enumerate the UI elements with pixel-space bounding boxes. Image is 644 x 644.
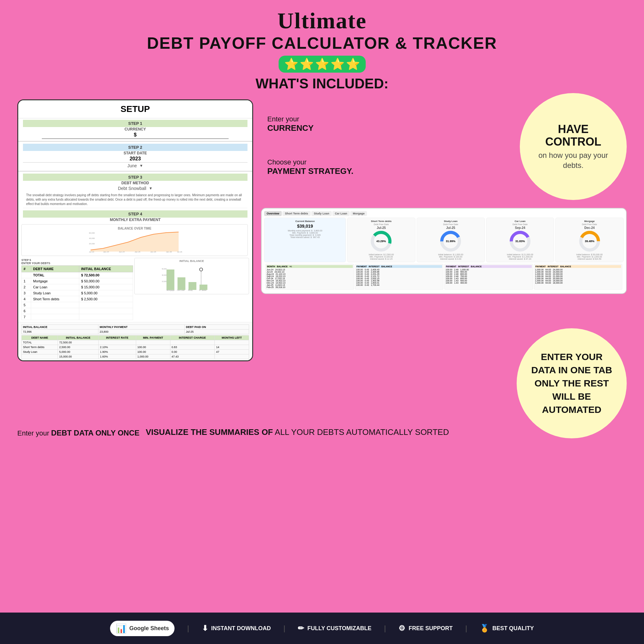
svg-text:Jun-24: Jun-24 bbox=[119, 251, 125, 253]
svg-text:20,000: 20,000 bbox=[89, 243, 95, 245]
step4-label: STEP 4 bbox=[23, 210, 247, 218]
col-name: DEBT NAME bbox=[31, 266, 79, 272]
best-quality-label: BEST QUALITY bbox=[492, 625, 534, 632]
tab-car-loan[interactable]: Car Loan bbox=[332, 211, 350, 216]
overview-value: $39,019 bbox=[266, 224, 344, 229]
initial-balance-label: INITIAL BALANCE bbox=[136, 259, 247, 263]
donut-short-term: 43.29% bbox=[370, 230, 392, 252]
free-support-label: FREE SUPPORT bbox=[408, 625, 452, 632]
divider-3: | bbox=[384, 624, 386, 633]
table-row: 6 bbox=[22, 308, 133, 314]
support-icon: ⚙ bbox=[398, 624, 405, 633]
total-label: TOTAL bbox=[31, 272, 79, 278]
table-row: 4Short Term debts$ 2,500.00 bbox=[22, 296, 133, 302]
footer: 📊 Google Sheets | ⬇ INSTANT DOWNLOAD | ✏… bbox=[0, 613, 644, 644]
svg-rect-11 bbox=[167, 269, 175, 290]
google-sheets-badge: 📊 Google Sheets bbox=[110, 621, 175, 636]
step3-value[interactable]: Debt Snowball ▼ bbox=[23, 185, 247, 192]
tab-study-loan[interactable]: Study Loan bbox=[311, 211, 332, 216]
car-loan-card: Car Loan Debt Free Date Sep-24 31.83% In… bbox=[486, 218, 554, 262]
svg-text:30,000: 30,000 bbox=[162, 274, 167, 276]
payment-table-2: PAYMENT INTEREST BALANCE 100.00 0.43 2,4… bbox=[355, 264, 444, 290]
stars-row: ⭐ ⭐ ⭐ ⭐ ⭐ bbox=[0, 56, 644, 73]
step2-sublabel: START DATE bbox=[23, 151, 247, 155]
card-short-term-date: Jul-25 bbox=[349, 226, 413, 230]
step3-description: The snowball debt strategy involves payi… bbox=[23, 192, 247, 208]
star-3: ⭐ bbox=[315, 58, 329, 71]
step1-value[interactable]: $ bbox=[42, 131, 229, 139]
svg-text:Jan-26: Jan-26 bbox=[166, 251, 172, 253]
svg-text:31.99%: 31.99% bbox=[446, 240, 456, 243]
table-row: 3Study Loan$ 5,000.00 bbox=[22, 290, 133, 296]
svg-rect-12 bbox=[178, 277, 186, 290]
dashboard-mockup: Overview Short Term debts Study Loan Car… bbox=[261, 208, 627, 294]
balance-chart: Jul-23 Jan-24 Jun-24 Jan-25 Jun-25 Jan-2… bbox=[23, 231, 246, 253]
currency-callout: Enter your CURRENCY bbox=[267, 115, 353, 133]
svg-marker-0 bbox=[91, 232, 179, 252]
mini-debt-paid-on: Jul-25 bbox=[185, 330, 249, 334]
initial-balance-chart: Mortgage Car Loan Study ST debts 50,000 … bbox=[136, 263, 247, 291]
table-row-total: TOTAL $ 72,500.00 bbox=[22, 272, 133, 278]
svg-text:ST debts: ST debts bbox=[199, 289, 207, 291]
star-2: ⭐ bbox=[300, 58, 314, 71]
svg-text:31.83%: 31.83% bbox=[515, 240, 525, 243]
payment-table-3: PAYMENT INTEREST BALANCE 100.00 2.48 1,0… bbox=[444, 264, 533, 290]
svg-text:Mortgage: Mortgage bbox=[167, 289, 175, 291]
study-loan-card: Study Loan Debt Free Date Jul-25 31.99% … bbox=[417, 218, 485, 262]
customizable-icon: ✏ bbox=[298, 624, 304, 633]
tab-short-term[interactable]: Short Term debts bbox=[282, 211, 311, 216]
overview-label: Current Balance bbox=[266, 220, 344, 223]
svg-point-15 bbox=[200, 268, 203, 271]
table-row: 5 bbox=[22, 302, 133, 308]
mini-summary-table: INITIAL BALANCE MONTHLY PAYMENT DEBT PAI… bbox=[21, 325, 249, 334]
sheet-title: SETUP bbox=[18, 100, 252, 119]
svg-text:Jun-25: Jun-25 bbox=[150, 251, 156, 253]
step4-section: STEP 4 MONTHLY EXTRA PAYMENT bbox=[18, 209, 252, 223]
star-5: ⭐ bbox=[346, 58, 360, 71]
overview-card: Current Balance $39,019 Monthly extra pa… bbox=[264, 218, 346, 262]
control-bubble: HAVE CONTROL on how you pay your debts. bbox=[520, 93, 627, 200]
step1-section: STEP 1 CURRENCY $ bbox=[18, 119, 252, 140]
svg-text:10,000: 10,000 bbox=[162, 280, 167, 282]
svg-text:39.48%: 39.48% bbox=[585, 240, 594, 243]
svg-text:Jan-25: Jan-25 bbox=[135, 251, 141, 253]
card-short-term-subtitle: Debt Free Date bbox=[349, 223, 413, 225]
svg-text:Jul-26: Jul-26 bbox=[177, 251, 182, 253]
svg-rect-13 bbox=[189, 282, 197, 290]
customizable-item: ✏ FULLY CUSTOMIZABLE bbox=[298, 624, 371, 633]
svg-text:40,000: 40,000 bbox=[89, 237, 95, 239]
step3-sublabel: DEBT METHOD bbox=[23, 181, 247, 185]
divider-1: | bbox=[187, 624, 189, 633]
step2-month[interactable]: June ▼ bbox=[23, 163, 247, 169]
best-quality-item: 🏅 BEST QUALITY bbox=[480, 624, 534, 633]
whats-included-label: WHAT'S INCLUDED: bbox=[0, 76, 644, 92]
google-sheets-label: Google Sheets bbox=[129, 625, 169, 632]
svg-text:Jul-23: Jul-23 bbox=[89, 251, 94, 253]
svg-text:Study: Study bbox=[188, 289, 193, 291]
divider-2: | bbox=[283, 624, 285, 633]
strategy-callout: Choose your PAYMENT STRATEGY. bbox=[267, 158, 353, 176]
dashboard-tabs: Overview Short Term debts Study Loan Car… bbox=[264, 211, 624, 216]
ultimate-title: Ultimate bbox=[0, 9, 644, 32]
tab-overview[interactable]: Overview bbox=[264, 211, 282, 216]
header-section: Ultimate DEBT PAYOFF CALCULATOR & TRACKE… bbox=[0, 0, 644, 92]
spreadsheet-mockup: SETUP STEP 1 CURRENCY $ STEP 2 START DAT… bbox=[17, 99, 253, 361]
table-row: 1Mortgage$ 50,000.00 bbox=[22, 278, 133, 284]
balance-over-time-label: BALANCE OVER TIME bbox=[23, 226, 246, 231]
step1-label: STEP 1 bbox=[23, 120, 247, 127]
star-badge: ⭐ ⭐ ⭐ ⭐ ⭐ bbox=[279, 56, 366, 73]
total-amount: $ 72,500.00 bbox=[79, 272, 133, 278]
star-1: ⭐ bbox=[284, 58, 298, 71]
table-row: 2Car Loan$ 15,000.00 bbox=[22, 284, 133, 290]
payment-table-1: MONTH BALANCE +/- Jun-24 24,922.13 Jul-2… bbox=[265, 264, 354, 290]
mortgage-card: Morgage Debt Free Date Dec-24 39.48% Ini… bbox=[555, 218, 624, 262]
tab-mortgage[interactable]: Morgage bbox=[350, 211, 367, 216]
instant-download-item: ⬇ INSTANT DOWNLOAD bbox=[202, 624, 271, 633]
overview-detail: Monthly extra payment: $ 3,800.00 Min. P… bbox=[266, 230, 344, 238]
step2-label: STEP 2 bbox=[23, 144, 247, 151]
quality-icon: 🏅 bbox=[480, 624, 489, 633]
donut-study: 31.99% bbox=[440, 230, 462, 252]
detailed-mini-table: DEBT NAMEINITIAL BALANCEINTEREST RATEMIN… bbox=[21, 335, 249, 359]
donut-car: 31.83% bbox=[509, 230, 531, 252]
step2-year[interactable]: 2023 bbox=[23, 155, 247, 163]
